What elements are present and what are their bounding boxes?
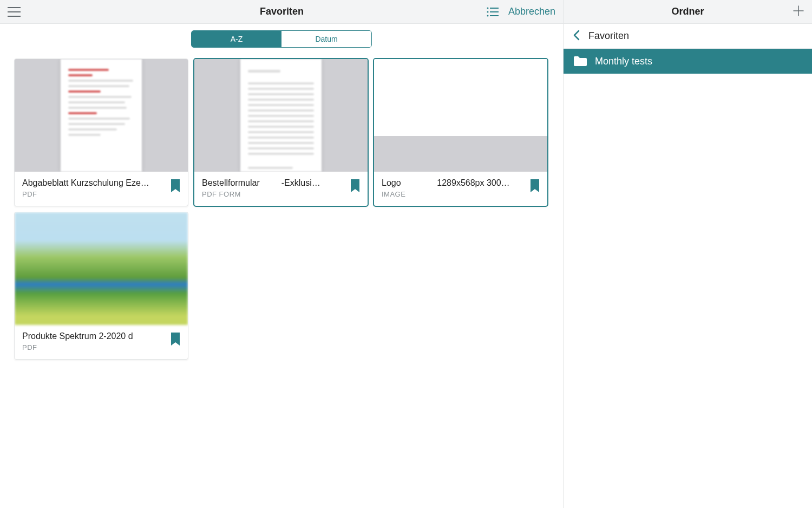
sort-option-az[interactable]: A-Z <box>192 31 281 47</box>
svg-point-0 <box>487 7 488 9</box>
svg-rect-5 <box>490 15 499 16</box>
bookmark-icon[interactable] <box>530 179 540 192</box>
breadcrumb-label: Favoriten <box>588 30 629 42</box>
breadcrumb[interactable]: Favoriten <box>564 24 812 49</box>
file-thumbnail <box>194 59 368 172</box>
folder-icon <box>573 56 587 67</box>
main-header: Favoriten Abbrechen <box>0 0 563 24</box>
add-folder-button[interactable] <box>793 5 804 19</box>
main-pane: Favoriten Abbrechen A-Z Datum <box>0 0 564 508</box>
bookmark-icon[interactable] <box>171 333 180 346</box>
file-thumbnail <box>15 212 188 325</box>
file-thumbnail <box>374 59 547 172</box>
bookmark-icon[interactable] <box>350 179 360 192</box>
page-title: Favoriten <box>0 6 564 17</box>
folder-label: Monthly tests <box>595 56 652 67</box>
bookmark-icon[interactable] <box>171 179 180 192</box>
file-card-footer: Produkte Spektrum 2-2020 d PDF <box>15 325 188 359</box>
file-card[interactable]: Produkte Spektrum 2-2020 d PDF <box>14 212 188 360</box>
sort-segmented-control: A-Z Datum <box>191 30 372 48</box>
svg-point-2 <box>487 11 488 12</box>
cancel-button[interactable]: Abbrechen <box>508 6 555 17</box>
file-thumbnail <box>15 59 188 172</box>
folder-pane-title: Ordner <box>564 6 812 17</box>
file-type: PDF <box>22 190 180 198</box>
file-title: Produkte Spektrum 2-2020 d <box>22 331 180 341</box>
file-card-footer: Logo 1289x568px 300… IMAGE <box>374 172 547 206</box>
sort-option-date[interactable]: Datum <box>281 31 371 47</box>
file-type: IMAGE <box>382 190 540 198</box>
file-title: Bestellformular -Exklusi… <box>202 178 360 188</box>
list-view-button[interactable] <box>487 7 499 17</box>
folder-header: Ordner <box>564 0 812 24</box>
file-type: PDF <box>22 343 180 351</box>
file-card-footer: Bestellformular -Exklusi… PDF FORM <box>194 172 368 206</box>
svg-rect-3 <box>490 11 499 12</box>
folder-pane: Ordner Favoriten Monthly tests <box>564 0 812 508</box>
file-title: Abgabeblatt Kurzschulung Eze… <box>22 178 180 188</box>
menu-button[interactable] <box>8 7 21 17</box>
file-title: Logo 1289x568px 300… <box>382 178 540 188</box>
svg-rect-1 <box>490 8 499 9</box>
file-type: PDF FORM <box>202 190 360 198</box>
file-card[interactable]: Logo 1289x568px 300… IMAGE <box>374 58 548 206</box>
folder-row[interactable]: Monthly tests <box>564 49 812 74</box>
file-card[interactable]: Abgabeblatt Kurzschulung Eze… PDF <box>14 58 188 206</box>
file-card[interactable]: Bestellformular -Exklusi… PDF FORM <box>194 58 368 206</box>
file-card-footer: Abgabeblatt Kurzschulung Eze… PDF <box>15 172 188 206</box>
svg-point-4 <box>487 15 488 16</box>
segmented-control-wrap: A-Z Datum <box>0 24 563 58</box>
card-grid: Abgabeblatt Kurzschulung Eze… PDF <box>0 58 563 360</box>
chevron-left-icon <box>573 30 580 43</box>
